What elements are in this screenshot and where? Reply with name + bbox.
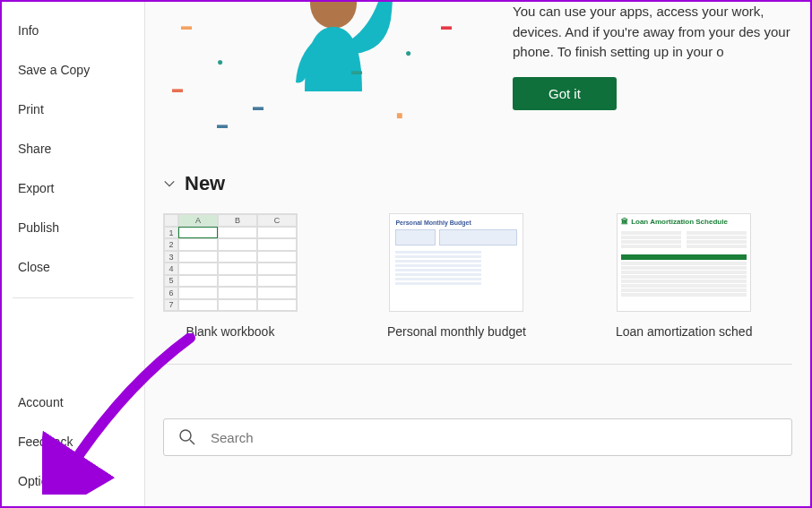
search-input[interactable] [211,430,777,445]
sidebar-item-options[interactable]: Options [2,461,144,501]
sidebar-item-info[interactable]: Info [2,11,144,50]
got-it-button[interactable]: Got it [513,77,617,110]
template-blank-workbook[interactable]: A B C 1 2 3 4 5 6 7 Blank workbook [163,213,298,339]
templates-row: A B C 1 2 3 4 5 6 7 Blank workbook [163,213,810,339]
svg-point-0 [310,2,357,29]
sidebar-item-account[interactable]: Account [2,383,144,422]
blank-workbook-thumb: A B C 1 2 3 4 5 6 7 [163,213,298,312]
sidebar-item-share[interactable]: Share [2,129,144,168]
hero-text-block: You can use your apps, access your work,… [513,2,810,110]
sidebar-item-feedback[interactable]: Feedback [2,422,144,461]
search-icon [178,428,196,446]
sidebar-item-save-copy[interactable]: Save a Copy [2,50,144,90]
svg-line-3 [190,440,194,444]
hero-illustration: ▬ ▬ ● ▬ ▬ ■ ● ▬ ▬ [163,2,486,145]
svg-point-2 [180,430,191,441]
template-loan-amortization[interactable]: 🏛Loan Amortization Schedule Loan amortiz… [616,213,753,339]
template-personal-monthly-budget[interactable]: Personal Monthly Budget Personal monthly… [387,213,526,339]
main-content: ▬ ▬ ● ▬ ▬ ■ ● ▬ ▬ You can use your apps,… [145,2,810,506]
budget-thumb: Personal Monthly Budget [389,213,523,312]
template-label: Personal monthly budget [387,324,526,339]
sidebar-item-close[interactable]: Close [2,247,144,287]
new-section-title: New [185,172,225,195]
hero-banner: ▬ ▬ ● ▬ ▬ ■ ● ▬ ▬ You can use your apps,… [163,2,810,145]
section-divider [163,364,792,365]
new-section-header[interactable]: New [163,172,810,195]
search-box[interactable] [163,418,792,456]
template-label: Loan amortization sched [616,324,753,339]
person-waving-illustration [262,2,405,127]
chevron-down-icon [163,177,176,190]
sidebar-item-export[interactable]: Export [2,168,144,208]
sidebar-item-publish[interactable]: Publish [2,208,144,247]
sidebar: InfoSave a CopyPrintShareExportPublishCl… [2,2,145,506]
sidebar-item-print[interactable]: Print [2,90,144,129]
sidebar-divider [13,297,134,298]
loan-thumb: 🏛Loan Amortization Schedule [617,213,751,312]
template-label: Blank workbook [186,324,275,339]
hero-description: You can use your apps, access your work,… [513,2,810,63]
